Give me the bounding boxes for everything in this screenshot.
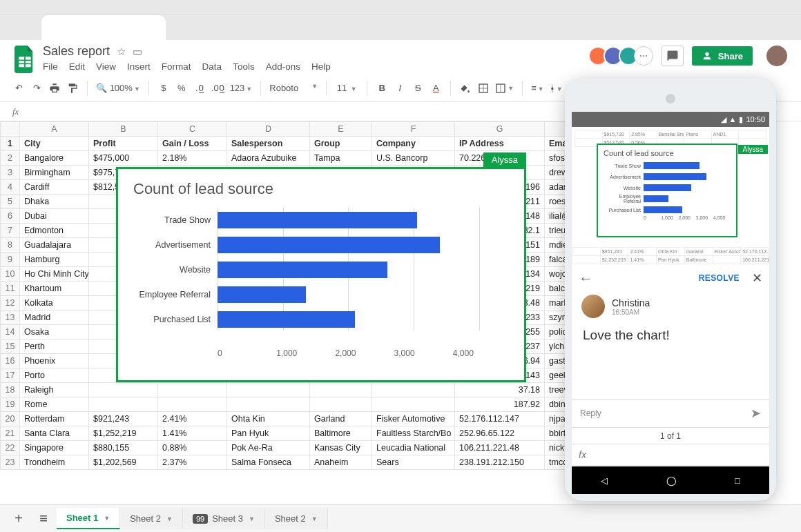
- sheet-tab[interactable]: Sheet 1▼: [57, 508, 120, 529]
- column-header[interactable]: C: [158, 122, 227, 137]
- format-currency-button[interactable]: $: [157, 83, 170, 93]
- comment-timestamp: 16:50AM: [612, 308, 650, 316]
- sheet-tab-bar: + ≡ Sheet 1▼Sheet 2▼99Sheet 3▼Sheet 2▼: [0, 504, 801, 532]
- merge-cells-button[interactable]: ▼: [495, 82, 514, 94]
- wifi-icon: ▲: [729, 115, 737, 124]
- italic-button[interactable]: I: [394, 83, 406, 93]
- battery-icon: ▮: [739, 115, 743, 124]
- nav-home-icon[interactable]: ◯: [666, 475, 677, 486]
- nav-back-icon[interactable]: ◁: [601, 475, 608, 486]
- column-header[interactable]: E: [310, 122, 372, 137]
- commenter-name: Christina: [612, 297, 650, 308]
- chart-category-label: Advertisement: [131, 240, 218, 250]
- undo-button[interactable]: ↶: [12, 83, 25, 93]
- bold-button[interactable]: B: [376, 83, 388, 93]
- chart-overlay[interactable]: Alyssa Count of lead source Trade ShowAd…: [116, 167, 526, 382]
- menu-help[interactable]: Help: [311, 61, 331, 72]
- chart-category-label: Purchased List: [131, 315, 218, 324]
- redo-button[interactable]: ↷: [30, 83, 43, 93]
- chart-title: Count of lead source: [133, 180, 512, 198]
- open-comments-button[interactable]: [662, 46, 684, 66]
- phone-collaborator-tag: Alyssa: [738, 145, 768, 154]
- collaborator-tag: Alyssa: [483, 152, 526, 167]
- fx-icon: fx: [12, 106, 37, 117]
- comment-pager[interactable]: 1 of 1: [572, 428, 769, 444]
- font-size-select[interactable]: 11 ▼: [335, 83, 358, 93]
- collaborator-avatars[interactable]: ⋯: [592, 46, 653, 66]
- back-button[interactable]: ←: [579, 270, 592, 286]
- sheet-tab[interactable]: Sheet 2▼: [120, 508, 183, 529]
- browser-chrome: [0, 0, 801, 15]
- resolve-button[interactable]: RESOLVE: [699, 273, 740, 283]
- comment-author: Christina 16:50AM: [572, 292, 769, 321]
- paint-format-button[interactable]: [66, 82, 79, 94]
- menu-view[interactable]: View: [96, 61, 116, 72]
- sheets-logo[interactable]: [12, 44, 37, 75]
- all-sheets-button[interactable]: ≡: [32, 509, 55, 529]
- chart-bar: [218, 212, 417, 228]
- zoom-select[interactable]: 🔍 100%▼: [96, 83, 140, 93]
- phone-status-bar: ◢ ▲ ▮ 10:50: [572, 112, 769, 127]
- font-select[interactable]: Roboto ▼: [269, 83, 318, 93]
- signal-icon: ◢: [721, 115, 726, 124]
- menu-add-ons[interactable]: Add-ons: [266, 61, 300, 72]
- browser-tab[interactable]: [41, 15, 166, 40]
- phone-comment-header: ← RESOLVE ✕: [572, 264, 769, 292]
- phone-clock: 10:50: [746, 115, 765, 124]
- reply-input[interactable]: Reply ➤: [572, 399, 769, 428]
- reply-placeholder: Reply: [580, 408, 601, 418]
- vertical-align-button[interactable]: ⍿▼: [550, 83, 563, 93]
- borders-button[interactable]: [477, 82, 490, 94]
- add-sheet-button[interactable]: +: [7, 509, 30, 529]
- fill-color-button[interactable]: [459, 82, 472, 94]
- chart-bar: [218, 286, 306, 303]
- phone-nav-bar: ◁ ◯ □: [572, 466, 769, 494]
- star-icon[interactable]: ☆: [117, 46, 126, 58]
- send-icon[interactable]: ➤: [751, 406, 761, 421]
- commenter-avatar: [581, 295, 605, 318]
- chart-category-label: Website: [131, 265, 218, 275]
- text-color-button[interactable]: A: [430, 83, 442, 93]
- column-header[interactable]: A: [20, 122, 89, 137]
- menu-data[interactable]: Data: [202, 61, 222, 72]
- sheet-tab[interactable]: Sheet 2▼: [265, 508, 328, 529]
- browser-tab-strip: [0, 15, 801, 40]
- column-header[interactable]: B: [89, 122, 158, 137]
- increase-decimal-button[interactable]: .00̲: [211, 83, 224, 93]
- account-avatar[interactable]: [765, 44, 789, 68]
- doc-title[interactable]: Sales report: [43, 44, 110, 59]
- menu-insert[interactable]: Insert: [127, 61, 151, 72]
- chart-bar: [218, 311, 355, 328]
- phone-mockup: ◢ ▲ ▮ 10:50 Alyssa $915,7202.85%Bansilal…: [565, 79, 776, 501]
- phone-chart-title: Count of lead source: [604, 149, 731, 157]
- column-header[interactable]: D: [227, 122, 310, 137]
- menu-edit[interactable]: Edit: [69, 61, 85, 72]
- strikethrough-button[interactable]: S: [412, 83, 424, 93]
- print-button[interactable]: [48, 82, 61, 94]
- close-button[interactable]: ✕: [752, 270, 762, 286]
- chart-category-label: Employee Referral: [131, 290, 218, 299]
- menu-tools[interactable]: Tools: [233, 61, 255, 72]
- column-header[interactable]: F: [372, 122, 455, 137]
- phone-chart[interactable]: Count of lead source Trade ShowAdvertise…: [597, 144, 737, 237]
- share-label: Share: [718, 51, 743, 61]
- avatar-more[interactable]: ⋯: [634, 46, 653, 66]
- menu-file[interactable]: File: [43, 61, 58, 72]
- move-folder-icon[interactable]: ▭: [133, 46, 142, 58]
- comment-body: Love the chart!: [572, 321, 769, 350]
- column-header[interactable]: G: [455, 122, 545, 137]
- share-button[interactable]: Share: [692, 46, 753, 66]
- horizontal-align-button[interactable]: ≡▼: [531, 83, 544, 93]
- sheet-tab[interactable]: 99Sheet 3▼: [183, 508, 265, 529]
- menu-bar: FileEditViewInsertFormatDataToolsAdd-ons…: [43, 61, 331, 72]
- more-formats-button[interactable]: 123▼: [230, 83, 253, 93]
- chart-bar: [218, 262, 387, 278]
- format-percent-button[interactable]: %: [175, 83, 188, 93]
- nav-recent-icon[interactable]: □: [735, 475, 740, 486]
- chart-bar: [218, 237, 440, 253]
- menu-format[interactable]: Format: [162, 61, 191, 72]
- phone-sheet-preview[interactable]: Alyssa $915,7202.85%Bansilal BrataPlanoA…: [572, 127, 769, 247]
- chart-category-label: Trade Show: [131, 215, 218, 225]
- decrease-decimal-button[interactable]: .0̲: [193, 83, 206, 93]
- phone-formula-bar[interactable]: fx: [572, 444, 769, 465]
